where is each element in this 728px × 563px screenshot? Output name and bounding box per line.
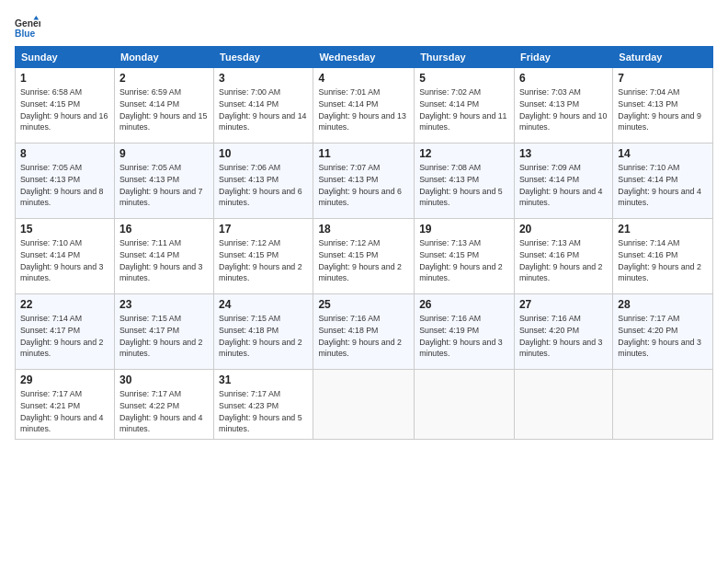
day-info: Sunrise: 6:58 AM Sunset: 4:15 PM Dayligh… [20, 86, 109, 133]
calendar-cell: 23 Sunrise: 7:15 AM Sunset: 4:17 PM Dayl… [114, 294, 213, 370]
day-info: Sunrise: 7:17 AM Sunset: 4:20 PM Dayligh… [618, 313, 708, 360]
calendar-cell: 18 Sunrise: 7:12 AM Sunset: 4:15 PM Dayl… [313, 219, 415, 294]
svg-text:General: General [15, 18, 40, 29]
day-number: 22 [20, 298, 109, 311]
calendar-cell: 1 Sunrise: 6:58 AM Sunset: 4:15 PM Dayli… [16, 68, 115, 144]
calendar-cell: 3 Sunrise: 7:00 AM Sunset: 4:14 PM Dayli… [214, 68, 313, 144]
calendar-cell: 7 Sunrise: 7:04 AM Sunset: 4:13 PM Dayli… [613, 68, 713, 144]
calendar-header-sunday: Sunday [16, 47, 115, 68]
day-number: 31 [219, 373, 308, 386]
day-info: Sunrise: 7:17 AM Sunset: 4:23 PM Dayligh… [219, 388, 308, 435]
day-info: Sunrise: 7:12 AM Sunset: 4:15 PM Dayligh… [318, 237, 409, 284]
calendar-cell: 10 Sunrise: 7:06 AM Sunset: 4:13 PM Dayl… [214, 144, 313, 219]
calendar-header-monday: Monday [114, 47, 213, 68]
calendar-cell: 6 Sunrise: 7:03 AM Sunset: 4:13 PM Dayli… [514, 68, 612, 144]
calendar-cell: 25 Sunrise: 7:16 AM Sunset: 4:18 PM Dayl… [313, 294, 415, 370]
calendar-cell: 20 Sunrise: 7:13 AM Sunset: 4:16 PM Dayl… [514, 219, 612, 294]
day-info: Sunrise: 7:16 AM Sunset: 4:18 PM Dayligh… [318, 313, 409, 360]
calendar-cell [415, 370, 515, 440]
day-info: Sunrise: 7:15 AM Sunset: 4:18 PM Dayligh… [219, 313, 308, 360]
day-number: 2 [119, 72, 209, 85]
day-number: 18 [318, 223, 409, 236]
logo: General Blue [15, 15, 42, 40]
day-number: 20 [519, 223, 608, 236]
day-number: 16 [119, 223, 209, 236]
calendar-cell [514, 370, 612, 440]
calendar-cell: 15 Sunrise: 7:10 AM Sunset: 4:14 PM Dayl… [16, 219, 115, 294]
calendar-week-3: 15 Sunrise: 7:10 AM Sunset: 4:14 PM Dayl… [16, 219, 713, 294]
day-info: Sunrise: 7:12 AM Sunset: 4:15 PM Dayligh… [219, 237, 308, 284]
day-number: 25 [318, 298, 409, 311]
day-number: 5 [419, 72, 509, 85]
calendar-cell [313, 370, 415, 440]
calendar-cell: 30 Sunrise: 7:17 AM Sunset: 4:22 PM Dayl… [114, 370, 213, 440]
day-info: Sunrise: 7:06 AM Sunset: 4:13 PM Dayligh… [219, 162, 308, 209]
day-number: 8 [20, 147, 109, 160]
day-number: 27 [519, 298, 608, 311]
day-number: 3 [219, 72, 308, 85]
page: General Blue SundayMondayTuesdayWednesda… [0, 0, 728, 563]
day-number: 6 [519, 72, 608, 85]
calendar-cell: 28 Sunrise: 7:17 AM Sunset: 4:20 PM Dayl… [613, 294, 713, 370]
day-info: Sunrise: 7:04 AM Sunset: 4:13 PM Dayligh… [618, 86, 708, 133]
calendar-header-wednesday: Wednesday [313, 47, 415, 68]
day-number: 13 [519, 147, 608, 160]
day-number: 30 [119, 373, 209, 386]
day-number: 1 [20, 72, 109, 85]
calendar-cell: 19 Sunrise: 7:13 AM Sunset: 4:15 PM Dayl… [415, 219, 515, 294]
day-number: 17 [219, 223, 308, 236]
calendar-body: 1 Sunrise: 6:58 AM Sunset: 4:15 PM Dayli… [16, 68, 713, 440]
calendar-cell: 16 Sunrise: 7:11 AM Sunset: 4:14 PM Dayl… [114, 219, 213, 294]
day-info: Sunrise: 7:13 AM Sunset: 4:15 PM Dayligh… [419, 237, 509, 284]
calendar-cell: 12 Sunrise: 7:08 AM Sunset: 4:13 PM Dayl… [415, 144, 515, 219]
calendar-header-thursday: Thursday [415, 47, 515, 68]
calendar-cell: 5 Sunrise: 7:02 AM Sunset: 4:14 PM Dayli… [415, 68, 515, 144]
day-info: Sunrise: 7:08 AM Sunset: 4:13 PM Dayligh… [419, 162, 509, 209]
calendar-cell: 13 Sunrise: 7:09 AM Sunset: 4:14 PM Dayl… [514, 144, 612, 219]
day-number: 4 [318, 72, 409, 85]
calendar-cell: 4 Sunrise: 7:01 AM Sunset: 4:14 PM Dayli… [313, 68, 415, 144]
calendar-cell: 21 Sunrise: 7:14 AM Sunset: 4:16 PM Dayl… [613, 219, 713, 294]
day-number: 19 [419, 223, 509, 236]
calendar-cell: 29 Sunrise: 7:17 AM Sunset: 4:21 PM Dayl… [16, 370, 115, 440]
calendar-week-4: 22 Sunrise: 7:14 AM Sunset: 4:17 PM Dayl… [16, 294, 713, 370]
calendar-week-2: 8 Sunrise: 7:05 AM Sunset: 4:13 PM Dayli… [16, 144, 713, 219]
calendar-cell: 22 Sunrise: 7:14 AM Sunset: 4:17 PM Dayl… [16, 294, 115, 370]
svg-text:Blue: Blue [15, 29, 36, 39]
calendar-cell: 11 Sunrise: 7:07 AM Sunset: 4:13 PM Dayl… [313, 144, 415, 219]
day-info: Sunrise: 7:10 AM Sunset: 4:14 PM Dayligh… [618, 162, 708, 209]
calendar-header-row: SundayMondayTuesdayWednesdayThursdayFrid… [16, 47, 713, 68]
day-info: Sunrise: 7:15 AM Sunset: 4:17 PM Dayligh… [119, 313, 209, 360]
day-number: 23 [119, 298, 209, 311]
day-info: Sunrise: 7:11 AM Sunset: 4:14 PM Dayligh… [119, 237, 209, 284]
calendar-week-1: 1 Sunrise: 6:58 AM Sunset: 4:15 PM Dayli… [16, 68, 713, 144]
day-number: 7 [618, 72, 708, 85]
header: General Blue [15, 11, 713, 40]
day-info: Sunrise: 7:07 AM Sunset: 4:13 PM Dayligh… [318, 162, 409, 209]
day-info: Sunrise: 6:59 AM Sunset: 4:14 PM Dayligh… [119, 86, 209, 133]
day-number: 15 [20, 223, 109, 236]
day-number: 28 [618, 298, 708, 311]
day-number: 12 [419, 147, 509, 160]
calendar-cell: 8 Sunrise: 7:05 AM Sunset: 4:13 PM Dayli… [16, 144, 115, 219]
calendar-cell: 17 Sunrise: 7:12 AM Sunset: 4:15 PM Dayl… [214, 219, 313, 294]
calendar-cell: 24 Sunrise: 7:15 AM Sunset: 4:18 PM Dayl… [214, 294, 313, 370]
day-info: Sunrise: 7:03 AM Sunset: 4:13 PM Dayligh… [519, 86, 608, 133]
day-info: Sunrise: 7:10 AM Sunset: 4:14 PM Dayligh… [20, 237, 109, 284]
day-number: 11 [318, 147, 409, 160]
day-info: Sunrise: 7:05 AM Sunset: 4:13 PM Dayligh… [20, 162, 109, 209]
calendar-header-friday: Friday [514, 47, 612, 68]
calendar-week-5: 29 Sunrise: 7:17 AM Sunset: 4:21 PM Dayl… [16, 370, 713, 440]
day-info: Sunrise: 7:02 AM Sunset: 4:14 PM Dayligh… [419, 86, 509, 133]
calendar-cell [613, 370, 713, 440]
day-info: Sunrise: 7:17 AM Sunset: 4:22 PM Dayligh… [119, 388, 209, 435]
day-info: Sunrise: 7:16 AM Sunset: 4:19 PM Dayligh… [419, 313, 509, 360]
day-number: 14 [618, 147, 708, 160]
day-number: 21 [618, 223, 708, 236]
day-number: 26 [419, 298, 509, 311]
calendar: SundayMondayTuesdayWednesdayThursdayFrid… [15, 46, 713, 440]
calendar-cell: 14 Sunrise: 7:10 AM Sunset: 4:14 PM Dayl… [613, 144, 713, 219]
day-info: Sunrise: 7:09 AM Sunset: 4:14 PM Dayligh… [519, 162, 608, 209]
calendar-cell: 2 Sunrise: 6:59 AM Sunset: 4:14 PM Dayli… [114, 68, 213, 144]
day-number: 24 [219, 298, 308, 311]
